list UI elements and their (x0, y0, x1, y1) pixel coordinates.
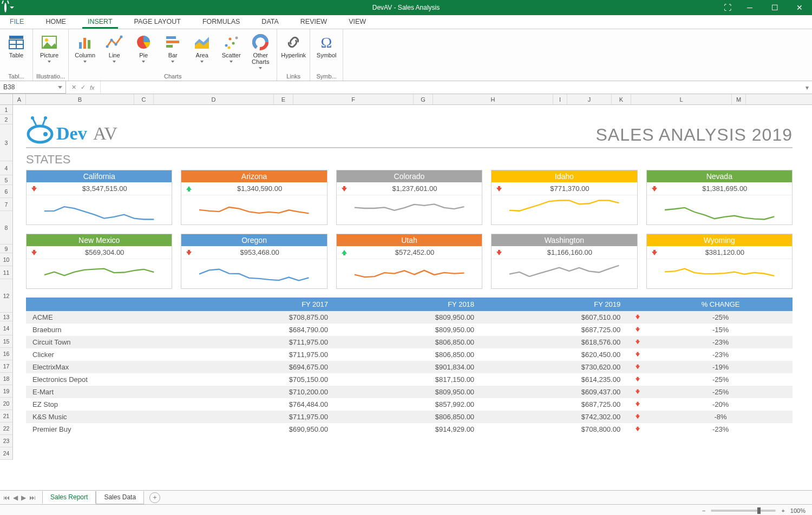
zoom-in-button[interactable]: + (781, 507, 784, 514)
row-header[interactable]: 2 (0, 115, 13, 124)
svg-point-9 (106, 45, 109, 48)
column-header[interactable]: L (631, 94, 732, 104)
row-header[interactable]: 13 (0, 313, 13, 321)
tab-review[interactable]: REVIEW (295, 16, 332, 29)
row-header[interactable]: 7 (0, 198, 13, 211)
prev-sheet-icon[interactable]: ◀ (13, 494, 18, 501)
tab-data[interactable]: DATA (256, 16, 284, 29)
svg-marker-40 (31, 250, 37, 255)
maximize-button[interactable]: ☐ (762, 0, 787, 15)
tab-file[interactable]: FILE (4, 16, 29, 29)
column-header[interactable]: H (433, 94, 553, 104)
name-box-value: B38 (3, 83, 15, 91)
column-header[interactable]: F (293, 94, 414, 104)
tab-view[interactable]: VIEW (343, 16, 371, 29)
scatter-button[interactable]: Scatter (218, 31, 244, 63)
formula-expand-icon[interactable]: ▾ (802, 81, 812, 94)
ribbon-group-label: Links (280, 72, 306, 80)
fx-icon[interactable]: fx (90, 84, 95, 91)
svg-marker-53 (636, 414, 640, 419)
row-header[interactable]: 3 (0, 124, 13, 161)
row-header[interactable]: 20 (0, 398, 13, 410)
row-header[interactable]: 17 (0, 360, 13, 373)
row-header[interactable]: 24 (0, 447, 13, 460)
cell-fy17: $710,200.00 (188, 386, 335, 398)
line-button[interactable]: Line (101, 31, 127, 63)
chevron-down-icon (230, 61, 233, 63)
sheet-tab[interactable]: Sales Report (42, 491, 96, 504)
column-header[interactable]: B (26, 94, 134, 104)
accept-formula-icon[interactable]: ✓ (81, 84, 86, 91)
column-header[interactable]: D (154, 94, 274, 104)
row-header[interactable]: 6 (0, 185, 13, 198)
tab-insert[interactable]: INSERT (82, 16, 118, 29)
row-header[interactable]: 5 (0, 175, 13, 185)
ribbon-display-options[interactable]: ⛶ (718, 0, 737, 15)
row-header[interactable]: 12 (0, 279, 13, 313)
row-header[interactable]: 22 (0, 422, 13, 435)
formula-input[interactable] (101, 81, 802, 94)
column-header[interactable]: E (274, 94, 293, 104)
row-header[interactable]: 19 (0, 385, 13, 398)
cell-trend (627, 348, 649, 361)
table-button[interactable]: Table (3, 31, 29, 58)
column-button[interactable]: Column (72, 31, 98, 63)
add-sheet-button[interactable]: ＋ (149, 492, 160, 503)
table-row: E-Mart$710,200.00$809,950.00$609,437.00-… (26, 386, 793, 398)
row-header[interactable]: 4 (0, 161, 13, 175)
tab-page-layout[interactable]: PAGE LAYOUT (129, 16, 186, 29)
table-row: K&S Music$711,975.00$806,850.00$742,302.… (26, 411, 793, 423)
row-header[interactable]: 10 (0, 253, 13, 266)
scatter-chart-icon (222, 34, 240, 51)
zoom-out-button[interactable]: − (702, 507, 705, 514)
area-button[interactable]: Area (189, 31, 215, 63)
zoom-slider[interactable] (711, 510, 776, 512)
qat-dropdown-icon[interactable] (10, 6, 14, 9)
row-header[interactable]: 1 (0, 105, 13, 115)
pie-button[interactable]: Pie (130, 31, 156, 63)
name-box[interactable]: B38 (0, 81, 66, 94)
row-header[interactable]: 14 (0, 321, 13, 335)
column-header[interactable]: C (134, 94, 154, 104)
tab-home[interactable]: HOME (40, 16, 71, 29)
table-row: ACME$708,875.00$809,950.00$607,510.00-25… (26, 311, 793, 323)
area-chart-icon (193, 34, 211, 51)
cell-company: Braeburn (26, 323, 188, 336)
column-header[interactable]: G (414, 94, 433, 104)
other-charts-button[interactable]: Other Charts (247, 31, 273, 69)
omega-icon: Ω (318, 34, 335, 51)
cancel-formula-icon[interactable]: ✕ (71, 84, 76, 91)
picture-button[interactable]: Picture (36, 31, 62, 63)
column-header[interactable]: J (567, 94, 612, 104)
sheet-tab[interactable]: Sales Data (96, 491, 144, 504)
row-header[interactable]: 11 (0, 266, 13, 279)
column-header[interactable]: I (553, 94, 567, 104)
row-header[interactable]: 16 (0, 348, 13, 360)
row-header[interactable]: 8 (0, 211, 13, 245)
ribbon-group: TableTabl... (0, 29, 33, 81)
last-sheet-icon[interactable]: ⏭ (29, 494, 36, 501)
picture-icon (41, 34, 58, 51)
svg-marker-44 (652, 250, 657, 255)
zoom-level[interactable]: 100% (790, 507, 806, 514)
worksheet-grid[interactable]: ABCDEFGHIJKLM 12345678910111213141516171… (0, 94, 812, 490)
first-sheet-icon[interactable]: ⏮ (3, 494, 10, 501)
tab-formulas[interactable]: FORMULAS (197, 16, 245, 29)
column-header[interactable]: A (13, 94, 26, 104)
row-header[interactable]: 9 (0, 245, 13, 253)
row-header[interactable]: 23 (0, 435, 13, 447)
chevron-down-icon[interactable] (58, 86, 62, 89)
row-header[interactable]: 21 (0, 410, 13, 422)
column-header[interactable]: M (732, 94, 746, 104)
column-header[interactable]: K (612, 94, 631, 104)
row-header[interactable]: 18 (0, 373, 13, 385)
symbol-button[interactable]: ΩSymbol (313, 31, 339, 58)
close-button[interactable]: ✕ (787, 0, 812, 15)
next-sheet-icon[interactable]: ▶ (21, 494, 26, 501)
bar-button[interactable]: Bar (160, 31, 186, 63)
select-all-corner[interactable] (0, 94, 13, 104)
minimize-button[interactable]: ─ (737, 0, 762, 15)
svg-point-12 (120, 36, 123, 38)
hyperlink-button[interactable]: Hyperlink (280, 31, 306, 58)
row-header[interactable]: 15 (0, 335, 13, 348)
